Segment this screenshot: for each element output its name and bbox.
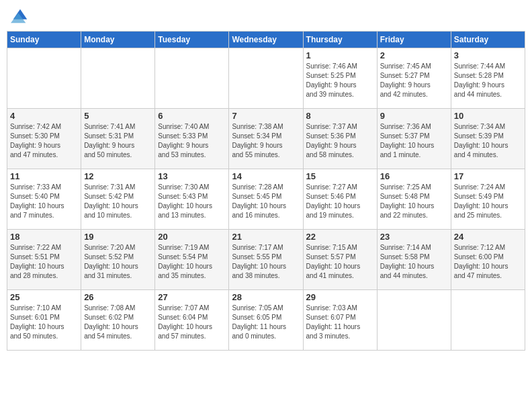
day-number: 14 (232, 171, 300, 181)
calendar-cell: 17Sunrise: 7:24 AM Sunset: 5:49 PM Dayli… (451, 169, 525, 230)
day-info: Sunrise: 7:03 AM Sunset: 6:07 PM Dayligh… (306, 304, 374, 341)
day-info: Sunrise: 7:24 AM Sunset: 5:49 PM Dayligh… (454, 183, 522, 220)
day-info: Sunrise: 7:22 AM Sunset: 5:51 PM Dayligh… (10, 243, 78, 281)
weekday-header: Saturday (451, 32, 525, 48)
day-info: Sunrise: 7:34 AM Sunset: 5:39 PM Dayligh… (454, 122, 522, 160)
day-info: Sunrise: 7:10 AM Sunset: 6:01 PM Dayligh… (10, 304, 78, 341)
calendar-row: 18Sunrise: 7:22 AM Sunset: 5:51 PM Dayli… (7, 230, 525, 290)
calendar-cell: 16Sunrise: 7:25 AM Sunset: 5:48 PM Dayli… (377, 169, 451, 230)
calendar-cell: 20Sunrise: 7:19 AM Sunset: 5:54 PM Dayli… (155, 230, 229, 290)
day-number: 18 (10, 232, 78, 242)
weekday-header: Thursday (303, 32, 377, 48)
logo-icon (11, 7, 30, 26)
day-info: Sunrise: 7:37 AM Sunset: 5:36 PM Dayligh… (306, 122, 374, 160)
day-number: 25 (10, 292, 78, 302)
day-info: Sunrise: 7:33 AM Sunset: 5:40 PM Dayligh… (10, 183, 78, 220)
day-number: 8 (306, 111, 374, 121)
calendar-cell (81, 48, 155, 109)
day-info: Sunrise: 7:38 AM Sunset: 5:34 PM Dayligh… (232, 122, 300, 160)
calendar-cell: 27Sunrise: 7:07 AM Sunset: 6:04 PM Dayli… (155, 290, 229, 351)
day-info: Sunrise: 7:12 AM Sunset: 6:00 PM Dayligh… (454, 243, 522, 281)
day-number: 26 (84, 292, 152, 302)
day-number: 23 (380, 232, 448, 242)
calendar-cell: 23Sunrise: 7:14 AM Sunset: 5:58 PM Dayli… (377, 230, 451, 290)
day-number: 12 (84, 171, 152, 181)
weekday-header: Friday (377, 32, 451, 48)
day-number: 21 (232, 232, 300, 242)
calendar-cell: 26Sunrise: 7:08 AM Sunset: 6:02 PM Dayli… (81, 290, 155, 351)
calendar-cell: 5Sunrise: 7:41 AM Sunset: 5:31 PM Daylig… (81, 109, 155, 169)
day-number: 29 (306, 292, 374, 302)
day-info: Sunrise: 7:20 AM Sunset: 5:52 PM Dayligh… (84, 243, 152, 281)
calendar-cell: 25Sunrise: 7:10 AM Sunset: 6:01 PM Dayli… (7, 290, 81, 351)
day-info: Sunrise: 7:31 AM Sunset: 5:42 PM Dayligh… (84, 183, 152, 220)
calendar-cell: 24Sunrise: 7:12 AM Sunset: 6:00 PM Dayli… (451, 230, 525, 290)
day-number: 9 (380, 111, 448, 121)
page-header (7, 7, 525, 26)
calendar-row: 4Sunrise: 7:42 AM Sunset: 5:30 PM Daylig… (7, 109, 525, 169)
day-info: Sunrise: 7:40 AM Sunset: 5:33 PM Dayligh… (158, 122, 226, 160)
calendar-cell: 4Sunrise: 7:42 AM Sunset: 5:30 PM Daylig… (7, 109, 81, 169)
day-number: 15 (306, 171, 374, 181)
calendar-cell: 13Sunrise: 7:30 AM Sunset: 5:43 PM Dayli… (155, 169, 229, 230)
calendar-cell: 12Sunrise: 7:31 AM Sunset: 5:42 PM Dayli… (81, 169, 155, 230)
day-info: Sunrise: 7:15 AM Sunset: 5:57 PM Dayligh… (306, 243, 374, 281)
calendar-table: SundayMondayTuesdayWednesdayThursdayFrid… (7, 31, 525, 351)
day-info: Sunrise: 7:05 AM Sunset: 6:05 PM Dayligh… (232, 304, 300, 341)
calendar-cell: 11Sunrise: 7:33 AM Sunset: 5:40 PM Dayli… (7, 169, 81, 230)
calendar-cell: 10Sunrise: 7:34 AM Sunset: 5:39 PM Dayli… (451, 109, 525, 169)
calendar-cell: 21Sunrise: 7:17 AM Sunset: 5:55 PM Dayli… (229, 230, 303, 290)
calendar-cell (155, 48, 229, 109)
day-number: 3 (454, 50, 522, 60)
calendar-cell: 18Sunrise: 7:22 AM Sunset: 5:51 PM Dayli… (7, 230, 81, 290)
day-info: Sunrise: 7:19 AM Sunset: 5:54 PM Dayligh… (158, 243, 226, 281)
calendar-row: 1Sunrise: 7:46 AM Sunset: 5:25 PM Daylig… (7, 48, 525, 109)
day-number: 1 (306, 50, 374, 60)
day-info: Sunrise: 7:30 AM Sunset: 5:43 PM Dayligh… (158, 183, 226, 220)
day-info: Sunrise: 7:08 AM Sunset: 6:02 PM Dayligh… (84, 304, 152, 341)
day-number: 6 (158, 111, 226, 121)
calendar-cell (377, 290, 451, 351)
day-number: 16 (380, 171, 448, 181)
calendar-header-row: SundayMondayTuesdayWednesdayThursdayFrid… (7, 32, 525, 48)
day-info: Sunrise: 7:28 AM Sunset: 5:45 PM Dayligh… (232, 183, 300, 220)
day-info: Sunrise: 7:44 AM Sunset: 5:28 PM Dayligh… (454, 62, 522, 99)
day-number: 11 (10, 171, 78, 181)
day-info: Sunrise: 7:46 AM Sunset: 5:25 PM Dayligh… (306, 62, 374, 99)
day-info: Sunrise: 7:27 AM Sunset: 5:46 PM Dayligh… (306, 183, 374, 220)
day-number: 20 (158, 232, 226, 242)
calendar-cell (451, 290, 525, 351)
calendar-cell: 15Sunrise: 7:27 AM Sunset: 5:46 PM Dayli… (303, 169, 377, 230)
day-info: Sunrise: 7:17 AM Sunset: 5:55 PM Dayligh… (232, 243, 300, 281)
day-info: Sunrise: 7:41 AM Sunset: 5:31 PM Dayligh… (84, 122, 152, 160)
calendar-cell: 14Sunrise: 7:28 AM Sunset: 5:45 PM Dayli… (229, 169, 303, 230)
day-number: 10 (454, 111, 522, 121)
calendar-cell (229, 48, 303, 109)
weekday-header: Monday (81, 32, 155, 48)
calendar-cell: 1Sunrise: 7:46 AM Sunset: 5:25 PM Daylig… (303, 48, 377, 109)
calendar-cell: 3Sunrise: 7:44 AM Sunset: 5:28 PM Daylig… (451, 48, 525, 109)
logo (9, 7, 30, 26)
day-info: Sunrise: 7:42 AM Sunset: 5:30 PM Dayligh… (10, 122, 78, 160)
day-info: Sunrise: 7:14 AM Sunset: 5:58 PM Dayligh… (380, 243, 448, 281)
calendar-row: 25Sunrise: 7:10 AM Sunset: 6:01 PM Dayli… (7, 290, 525, 351)
day-number: 17 (454, 171, 522, 181)
day-number: 19 (84, 232, 152, 242)
calendar-cell: 19Sunrise: 7:20 AM Sunset: 5:52 PM Dayli… (81, 230, 155, 290)
calendar-cell: 22Sunrise: 7:15 AM Sunset: 5:57 PM Dayli… (303, 230, 377, 290)
calendar-row: 11Sunrise: 7:33 AM Sunset: 5:40 PM Dayli… (7, 169, 525, 230)
calendar-cell (7, 48, 81, 109)
day-info: Sunrise: 7:45 AM Sunset: 5:27 PM Dayligh… (380, 62, 448, 99)
weekday-header: Sunday (7, 32, 81, 48)
calendar-cell: 9Sunrise: 7:36 AM Sunset: 5:37 PM Daylig… (377, 109, 451, 169)
day-number: 24 (454, 232, 522, 242)
day-number: 2 (380, 50, 448, 60)
calendar-cell: 7Sunrise: 7:38 AM Sunset: 5:34 PM Daylig… (229, 109, 303, 169)
day-info: Sunrise: 7:07 AM Sunset: 6:04 PM Dayligh… (158, 304, 226, 341)
day-info: Sunrise: 7:36 AM Sunset: 5:37 PM Dayligh… (380, 122, 448, 160)
day-number: 28 (232, 292, 300, 302)
calendar-cell: 29Sunrise: 7:03 AM Sunset: 6:07 PM Dayli… (303, 290, 377, 351)
day-number: 7 (232, 111, 300, 121)
day-number: 27 (158, 292, 226, 302)
calendar-cell: 6Sunrise: 7:40 AM Sunset: 5:33 PM Daylig… (155, 109, 229, 169)
